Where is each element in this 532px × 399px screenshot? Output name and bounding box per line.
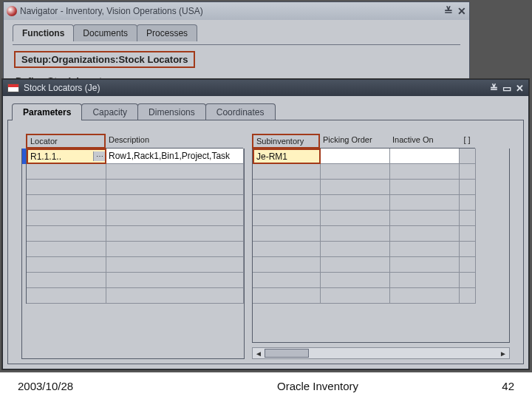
maximize-icon[interactable]: ▭ xyxy=(502,83,511,94)
tab-dimensions[interactable]: Dimensions xyxy=(137,103,206,120)
table-row[interactable] xyxy=(22,226,244,242)
cell-inactive-on[interactable] xyxy=(390,149,460,164)
cell-checkbox[interactable] xyxy=(460,242,476,257)
cell-checkbox[interactable] xyxy=(460,273,476,288)
cell-picking-order[interactable] xyxy=(321,149,390,164)
cell-subinventory[interactable] xyxy=(253,195,321,211)
cell-subinventory[interactable] xyxy=(253,257,321,273)
cell-inactive-on[interactable] xyxy=(390,164,460,180)
cell-subinventory[interactable]: Je-RM1 xyxy=(253,149,321,164)
cell-inactive-on[interactable] xyxy=(390,242,460,257)
cell-description[interactable] xyxy=(106,273,244,288)
tab-documents[interactable]: Documents xyxy=(73,24,137,41)
cell-subinventory[interactable] xyxy=(253,273,321,288)
cell-picking-order[interactable] xyxy=(321,242,390,257)
cell-picking-order[interactable] xyxy=(321,257,390,273)
cell-inactive-on[interactable] xyxy=(390,195,460,211)
scroll-left-icon[interactable]: ◄ xyxy=(253,349,265,358)
table-row[interactable] xyxy=(253,257,509,273)
cell-checkbox[interactable] xyxy=(460,149,476,164)
table-row[interactable] xyxy=(22,242,244,257)
cell-inactive-on[interactable] xyxy=(390,273,460,288)
cell-checkbox[interactable] xyxy=(460,288,476,304)
cell-picking-order[interactable] xyxy=(321,211,390,226)
col-subinventory[interactable]: Subinventory xyxy=(252,134,320,149)
col-picking-order[interactable]: Picking Order xyxy=(320,134,389,149)
cell-locator[interactable] xyxy=(27,164,106,180)
cell-checkbox[interactable] xyxy=(460,195,476,211)
cell-checkbox[interactable] xyxy=(460,164,476,180)
cell-picking-order[interactable] xyxy=(321,195,390,211)
minimize-icon[interactable]: ≚ xyxy=(490,83,498,94)
cell-locator[interactable] xyxy=(27,288,106,304)
table-row[interactable] xyxy=(22,257,244,273)
cell-subinventory[interactable] xyxy=(253,226,321,242)
cell-picking-order[interactable] xyxy=(321,164,390,180)
cell-checkbox[interactable] xyxy=(460,226,476,242)
table-row[interactable] xyxy=(22,273,244,288)
table-row[interactable]: R1.1.1..⋯Row1,Rack1,Bin1,Project,Task xyxy=(22,149,244,164)
table-row[interactable] xyxy=(253,180,509,195)
cell-description[interactable] xyxy=(106,164,244,180)
table-row[interactable] xyxy=(253,273,509,288)
cell-description[interactable] xyxy=(106,180,244,195)
table-row[interactable] xyxy=(253,226,509,242)
cell-picking-order[interactable] xyxy=(321,180,390,195)
cell-description[interactable] xyxy=(106,195,244,211)
table-row[interactable] xyxy=(22,211,244,226)
table-row[interactable] xyxy=(253,164,509,180)
cell-checkbox[interactable] xyxy=(460,180,476,195)
cell-description[interactable] xyxy=(106,226,244,242)
lov-button[interactable]: ⋯ xyxy=(93,151,105,161)
tab-coordinates[interactable]: Coordinates xyxy=(205,103,276,120)
cell-inactive-on[interactable] xyxy=(390,226,460,242)
cell-locator[interactable] xyxy=(27,211,106,226)
horizontal-scrollbar[interactable]: ◄ ► xyxy=(252,347,510,359)
cell-locator[interactable] xyxy=(27,195,106,211)
table-row[interactable] xyxy=(253,288,509,304)
cell-inactive-on[interactable] xyxy=(390,288,460,304)
cell-inactive-on[interactable] xyxy=(390,180,460,195)
col-locator[interactable]: Locator xyxy=(26,134,106,149)
cell-picking-order[interactable] xyxy=(321,288,390,304)
col-extra[interactable]: [ ] xyxy=(459,134,475,149)
table-row[interactable] xyxy=(22,195,244,211)
cell-locator[interactable] xyxy=(27,180,106,195)
cell-inactive-on[interactable] xyxy=(390,211,460,226)
minimize-icon[interactable]: ≚ xyxy=(444,5,453,17)
tab-capacity[interactable]: Capacity xyxy=(81,103,138,120)
tab-processes[interactable]: Processes xyxy=(137,24,197,41)
table-row[interactable] xyxy=(253,211,509,226)
cell-locator[interactable] xyxy=(27,242,106,257)
cell-subinventory[interactable] xyxy=(253,180,321,195)
cell-locator[interactable]: R1.1.1..⋯ xyxy=(27,149,106,164)
tab-parameters[interactable]: Parameters xyxy=(12,103,82,120)
cell-description[interactable] xyxy=(106,288,244,304)
table-row[interactable] xyxy=(22,180,244,195)
cell-picking-order[interactable] xyxy=(321,226,390,242)
cell-inactive-on[interactable] xyxy=(390,257,460,273)
cell-description[interactable] xyxy=(106,242,244,257)
cell-subinventory[interactable] xyxy=(253,288,321,304)
cell-description[interactable] xyxy=(106,211,244,226)
cell-locator[interactable] xyxy=(27,273,106,288)
cell-locator[interactable] xyxy=(27,226,106,242)
cell-subinventory[interactable] xyxy=(253,242,321,257)
cell-subinventory[interactable] xyxy=(253,211,321,226)
cell-description[interactable]: Row1,Rack1,Bin1,Project,Task xyxy=(106,149,244,164)
cell-checkbox[interactable] xyxy=(460,257,476,273)
cell-subinventory[interactable] xyxy=(253,164,321,180)
tab-functions[interactable]: Functions xyxy=(13,24,74,41)
cell-description[interactable] xyxy=(106,257,244,273)
table-row[interactable] xyxy=(253,242,509,257)
cell-locator[interactable] xyxy=(27,257,106,273)
table-row[interactable]: Je-RM1 xyxy=(253,149,509,164)
close-icon[interactable]: ✕ xyxy=(516,83,524,94)
col-inactive-on[interactable]: Inactive On xyxy=(389,134,459,149)
close-icon[interactable]: ✕ xyxy=(457,5,466,17)
scroll-thumb[interactable] xyxy=(265,349,309,358)
table-row[interactable] xyxy=(22,164,244,180)
scroll-right-icon[interactable]: ► xyxy=(497,349,509,358)
table-row[interactable] xyxy=(253,195,509,211)
cell-picking-order[interactable] xyxy=(321,273,390,288)
